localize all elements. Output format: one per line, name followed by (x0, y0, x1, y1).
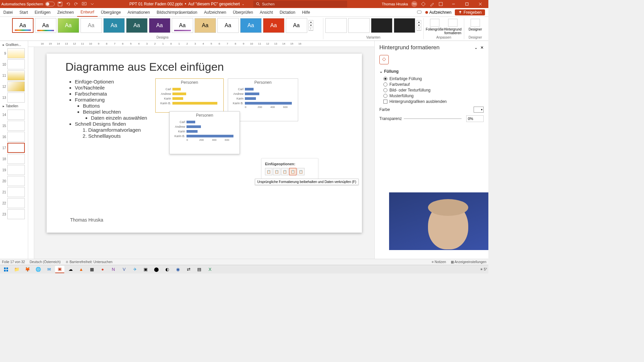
tab-review[interactable]: Überprüfen (229, 8, 256, 17)
slide-thumbnail[interactable] (7, 143, 25, 153)
slide-thumbnail[interactable] (7, 187, 25, 197)
slide-thumbnail[interactable] (7, 81, 25, 92)
theme-thumb[interactable]: Aa (195, 18, 216, 33)
slide-thumbnail[interactable] (7, 93, 25, 103)
theme-thumb[interactable]: Aa (58, 18, 79, 33)
theme-thumb[interactable]: Aa (286, 18, 307, 33)
variant-thumb[interactable] (394, 18, 415, 33)
theme-thumb[interactable]: Aa (172, 18, 193, 33)
group-header[interactable]: ▸ Tabellen (1, 104, 26, 109)
accessibility-checker[interactable]: ⛭ Barrierefreiheit: Untersuchen (65, 260, 113, 264)
explorer-icon[interactable]: 📁 (12, 266, 21, 273)
visio-icon[interactable]: V (119, 266, 129, 273)
theme-thumb[interactable]: Aa (217, 18, 239, 33)
paste-option-5[interactable]: 📋 (297, 168, 305, 175)
transparency-value[interactable]: 0% (466, 115, 484, 122)
theme-thumb[interactable]: Aa (240, 18, 262, 33)
variant-thumb[interactable] (371, 18, 392, 33)
tab-help[interactable]: Hilfe (299, 8, 313, 17)
maximize-button[interactable] (460, 0, 474, 8)
slideshow-start-icon[interactable] (82, 1, 87, 7)
save-icon[interactable] (57, 1, 63, 7)
slide-thumbnail[interactable] (7, 132, 25, 142)
redo-icon[interactable] (73, 1, 79, 7)
theme-thumb[interactable]: Aa (263, 18, 284, 33)
tab-slideshow[interactable]: Bildschirmpräsentation (153, 8, 201, 17)
fill-tab-icon[interactable] (379, 55, 389, 64)
autosave-toggle[interactable]: Automatisches Speichern (1, 2, 55, 6)
radio-gradient[interactable]: Farbverlauf (383, 82, 484, 87)
app-icon[interactable]: ▦ (87, 266, 97, 273)
slide-thumbnail[interactable] (7, 198, 25, 208)
section-fill[interactable]: ⌄ Füllung (379, 69, 484, 74)
slide-thumbnail[interactable] (7, 48, 25, 58)
radio-solid[interactable]: Einfarbige Füllung (383, 76, 484, 81)
onenote-icon[interactable]: N (109, 266, 118, 273)
slide-counter[interactable]: Folie 17 von 32 (2, 260, 25, 264)
paste-option-2[interactable]: 📋 (273, 168, 280, 175)
slide-thumbnail[interactable] (7, 176, 25, 186)
minimize-button[interactable] (447, 0, 460, 8)
tab-insert[interactable]: Einfügen (31, 8, 54, 17)
excel-icon[interactable]: X (205, 266, 215, 273)
notes-toggle[interactable]: ≡ Notizen (432, 260, 446, 264)
app-icon[interactable]: ◉ (173, 266, 182, 273)
vlc-icon[interactable]: ▲ (76, 266, 86, 273)
firefox-icon[interactable]: 🦊 (23, 266, 32, 273)
comments-icon[interactable] (417, 10, 422, 15)
theme-thumb[interactable]: Aa (80, 18, 102, 33)
paste-option-1[interactable]: 📋 (265, 168, 272, 175)
bullet-list[interactable]: Einfüge-Optionen Vor/Nachteile Farbschem… (69, 78, 147, 139)
app-icon[interactable]: ▤ (195, 266, 204, 273)
close-pane-icon[interactable]: ✕ (480, 45, 484, 50)
variant-thumb[interactable] (348, 18, 370, 33)
slide-thumbnail[interactable] (7, 154, 25, 164)
slide-thumbnail[interactable] (7, 70, 25, 80)
tab-record[interactable]: Aufzeichnen (201, 8, 229, 17)
chrome-icon[interactable]: 🌐 (34, 266, 43, 273)
slide-thumbnail[interactable] (7, 165, 25, 175)
chevron-down-icon[interactable]: ⌄ (474, 45, 478, 50)
theme-thumb[interactable]: Aa (35, 18, 56, 33)
app-icon[interactable]: ▣ (141, 266, 150, 273)
theme-thumb[interactable]: Aa (126, 18, 148, 33)
radio-picture[interactable]: Bild- oder Texturfüllung (383, 88, 484, 93)
radio-pattern[interactable]: Musterfüllung (383, 94, 484, 98)
tab-transitions[interactable]: Übergänge (98, 8, 124, 17)
slide-canvas[interactable]: Diagramme aus Excel einfügen Einfüge-Opt… (47, 54, 362, 233)
variant-thumb[interactable] (325, 18, 347, 33)
app-icon[interactable]: ☁ (66, 266, 75, 273)
app-icon[interactable]: ⇄ (184, 266, 193, 273)
theme-gallery-controls[interactable]: ▴▾⁝ (309, 20, 313, 31)
toggle-switch-icon[interactable] (45, 2, 55, 6)
tab-draw[interactable]: Zeichnen (54, 8, 77, 17)
obs-icon[interactable]: ⬤ (152, 266, 161, 273)
chart-3[interactable]: Personen Carl Andrew Karin Karin B. 0200… (169, 111, 240, 154)
tab-file[interactable]: Datei (0, 8, 16, 17)
slide-thumbnail[interactable] (7, 59, 25, 69)
slide-thumbnail[interactable] (7, 110, 25, 120)
tab-animations[interactable]: Animationen (124, 8, 153, 17)
color-picker[interactable] (474, 107, 484, 113)
search-input[interactable]: Suchen (253, 1, 347, 7)
slide-panel[interactable]: ▸ Grafiken... 9 10 11 12 13 ▸ Tabellen 1… (0, 41, 28, 259)
chart-1[interactable]: Personen Carl Andrew Karin Karin B. (155, 78, 224, 113)
language-indicator[interactable]: Deutsch (Österreich) (30, 260, 60, 264)
tab-design[interactable]: Entwurf (77, 8, 98, 17)
pen-icon[interactable] (429, 1, 435, 7)
window-icon[interactable] (438, 1, 443, 7)
weather-widget[interactable]: ☀ 5° (480, 267, 487, 271)
outlook-icon[interactable]: ✉ (44, 266, 54, 273)
slide-thumbnail[interactable] (7, 121, 25, 131)
paste-option-3[interactable]: 📋 (281, 168, 288, 175)
app-icon[interactable]: ● (98, 266, 107, 273)
tab-view[interactable]: Ansicht (256, 8, 276, 17)
theme-thumb[interactable]: Aa (12, 18, 34, 33)
tab-home[interactable]: Start (16, 8, 31, 17)
user-avatar[interactable]: TH (411, 1, 417, 7)
start-button[interactable] (1, 266, 11, 273)
undo-icon[interactable] (65, 1, 71, 7)
slide-thumbnail[interactable] (7, 209, 25, 219)
check-hide-bg[interactable]: Hintergrundgrafiken ausblenden (383, 99, 484, 104)
group-header[interactable]: ▸ Grafiken... (1, 42, 26, 47)
